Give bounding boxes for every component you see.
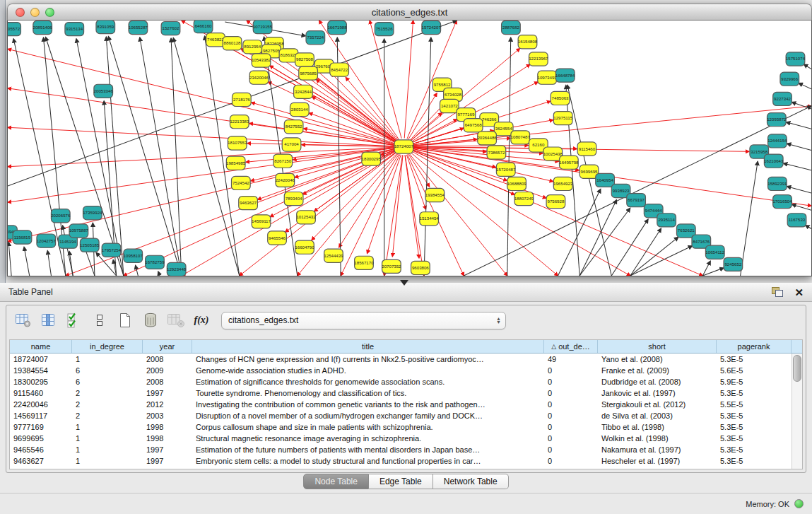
graph-node[interactable]: 1421072: [440, 99, 459, 112]
table-row[interactable]: 1456911722003Disruption of a novel membe…: [10, 410, 802, 421]
graph-node[interactable]: 1640954: [596, 173, 615, 187]
network-view-window[interactable]: citations_edges.txt 18724007746382288601…: [7, 4, 812, 276]
graph-node[interactable]: 23420046: [249, 71, 269, 84]
graph-node[interactable]: 2887682: [502, 21, 521, 35]
graph-node[interactable]: 15892391: [767, 177, 787, 190]
graph-node[interactable]: 16495798: [559, 156, 579, 169]
graph-node[interactable]: 2405572: [8, 23, 20, 36]
graph-node[interactable]: 9463627: [239, 197, 258, 210]
graph-node[interactable]: 3624554: [494, 122, 513, 136]
graph-node[interactable]: 12444154: [767, 134, 787, 148]
graph-node[interactable]: 20364486: [477, 132, 497, 145]
graph-node[interactable]: 12975115: [553, 112, 572, 125]
graph-node[interactable]: 8912954: [243, 40, 262, 54]
graph-node[interactable]: 19854985: [226, 156, 246, 170]
graph-node[interactable]: 15134454: [420, 212, 440, 226]
graph-node[interactable]: 1156819: [13, 230, 32, 244]
graph-node[interactable]: 8454722: [330, 63, 349, 76]
graph-node[interactable]: 9827508: [295, 53, 314, 66]
graph-node[interactable]: 18300295: [362, 152, 382, 165]
graph-node[interactable]: 9756928: [546, 195, 565, 209]
select-rows-button[interactable]: [63, 310, 86, 331]
graph-node[interactable]: 9245652: [724, 257, 743, 271]
graph-node[interactable]: 16671988: [327, 21, 347, 35]
graph-node[interactable]: 15724207: [422, 21, 442, 35]
tab-network-table[interactable]: Network Table: [433, 474, 509, 489]
graph-node[interactable]: 22420046: [276, 173, 295, 187]
close-panel-icon[interactable]: ✕: [794, 287, 804, 298]
minimize-window-button[interactable]: [30, 8, 40, 17]
network-graph-svg[interactable]: 1872400774638228860128891295427181761221…: [8, 21, 811, 276]
column-header-out_de[interactable]: △out_de…: [544, 340, 598, 353]
graph-node[interactable]: 16154808: [518, 35, 538, 49]
table-row[interactable]: 2242004622012Investigating the contribut…: [10, 399, 802, 410]
graph-node[interactable]: 19384554: [425, 188, 445, 201]
graph-node[interactable]: 7463822: [206, 33, 225, 47]
column-header-name[interactable]: name: [10, 340, 72, 353]
graph-node[interactable]: 20891406: [33, 21, 53, 35]
graph-node[interactable]: 9329966: [780, 72, 799, 86]
scrollbar-thumb[interactable]: [793, 355, 801, 382]
graph-node[interactable]: 12923448: [167, 262, 187, 276]
graph-node[interactable]: 12042757: [37, 234, 57, 247]
table-row[interactable]: 1872400712008Changes of HCN gene express…: [10, 354, 802, 365]
graph-node[interactable]: 1167533: [787, 214, 806, 227]
graph-node[interactable]: 16210643: [764, 154, 784, 168]
graph-node[interactable]: 7893404: [284, 192, 303, 206]
table-source-select[interactable]: citations_edges.txt ▲▼: [221, 312, 506, 329]
graph-node[interactable]: 18567170: [354, 256, 374, 269]
graph-node[interactable]: 18107553: [228, 136, 247, 150]
graph-node[interactable]: 3242844: [294, 85, 313, 98]
graph-node[interactable]: 12093872: [767, 113, 787, 127]
table-row[interactable]: 969969511998Structural magnetic resonanc…: [10, 433, 802, 444]
column-header-title[interactable]: title: [192, 340, 544, 353]
graph-node[interactable]: 10543382: [252, 54, 271, 67]
graph-node[interactable]: 12505185: [80, 238, 100, 252]
graph-node[interactable]: 20707352: [382, 259, 401, 273]
graph-node[interactable]: 17359924: [83, 206, 102, 220]
table-row[interactable]: 1830029562008Estimation of significance …: [10, 376, 802, 387]
graph-node[interactable]: 2803144: [290, 103, 309, 116]
graph-node[interactable]: 19654923: [553, 177, 573, 190]
table-row[interactable]: 1938455462009Genome-wide association stu…: [10, 365, 802, 376]
graph-node[interactable]: 20053346: [94, 84, 114, 98]
graph-node[interactable]: 7485063: [551, 91, 570, 105]
tab-edge-table[interactable]: Edge Table: [369, 474, 433, 489]
table-row[interactable]: 977716911998Corpus callosum shape and si…: [10, 421, 802, 433]
graph-node[interactable]: 16604790: [295, 240, 314, 254]
graph-node[interactable]: 7524542: [232, 176, 251, 189]
graph-node[interactable]: 10719155: [253, 21, 273, 34]
graph-node[interactable]: 20206576: [51, 209, 71, 223]
column-header-short[interactable]: short: [598, 340, 717, 353]
graph-node[interactable]: 8427552: [284, 120, 303, 134]
graph-node[interactable]: 16648784: [555, 69, 575, 82]
graph-node[interactable]: 6466160: [194, 21, 213, 33]
graph-node[interactable]: 9465546: [268, 231, 287, 245]
graph-node[interactable]: 9115460: [577, 142, 596, 156]
function-builder-button[interactable]: f(x): [190, 310, 213, 331]
graph-node[interactable]: 9315134: [65, 23, 84, 36]
table-row[interactable]: 911546021997Tourette syndrome. Phenomeno…: [10, 387, 802, 399]
graph-node[interactable]: 7515526: [375, 23, 394, 36]
table-mode-button[interactable]: [88, 310, 111, 331]
graph-node[interactable]: 15720487: [496, 163, 516, 176]
graph-node[interactable]: 14569117: [252, 215, 271, 228]
delete-table-button[interactable]: [165, 310, 187, 331]
zoom-window-button[interactable]: [45, 8, 54, 17]
graph-node[interactable]: 10655287: [129, 21, 148, 35]
graph-node[interactable]: 12213967: [529, 52, 548, 66]
column-header-pagerank[interactable]: pagerank: [717, 340, 792, 353]
column-header-year[interactable]: year: [143, 340, 192, 353]
graph-node[interactable]: 10688809: [507, 177, 526, 190]
graph-node[interactable]: 16782759: [145, 255, 165, 269]
graph-node[interactable]: 8391059: [96, 21, 115, 34]
table-scrollbar[interactable]: [792, 354, 802, 469]
graph-node[interactable]: 6497568: [464, 119, 483, 132]
graph-node[interactable]: 1527602: [161, 22, 180, 35]
graph-node[interactable]: 12213383: [230, 115, 249, 129]
graph-node[interactable]: 18807249: [514, 192, 534, 206]
graph-node[interactable]: 10973493: [537, 71, 557, 84]
show-columns-button[interactable]: [37, 310, 60, 331]
graph-node[interactable]: 10975887: [69, 224, 89, 238]
new-column-button[interactable]: [114, 310, 136, 331]
